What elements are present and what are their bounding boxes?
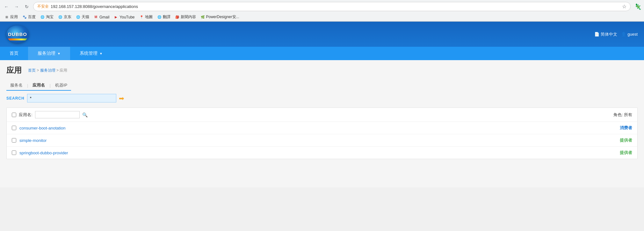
taobao-icon: 🌐: [40, 15, 45, 19]
browser-menu-icon[interactable]: 🦎: [634, 3, 641, 10]
table-row: simple-monitor 提供者: [7, 134, 637, 147]
tab-service-name[interactable]: 服务名: [6, 80, 26, 90]
back-button[interactable]: ←: [3, 3, 10, 10]
language-label: 简体中文: [601, 32, 617, 37]
app-name-filter-input[interactable]: [35, 111, 80, 118]
news-icon: 🎒: [175, 15, 179, 19]
browser-toolbar: ← → ↻ 不安全 192.168.157.128:8088/governanc…: [0, 0, 644, 13]
user-icon: 👤: [621, 32, 626, 37]
bookmark-maps[interactable]: 📍 地圖: [137, 14, 155, 20]
nav-system-arrow-icon: ▼: [99, 52, 103, 55]
tab-divider-2: |: [49, 83, 51, 88]
bookmark-translate[interactable]: 🌐 翻譯: [155, 14, 172, 20]
role-badge: 提供者: [620, 150, 632, 156]
search-bar: SEARCH ➡: [6, 94, 638, 102]
jd-icon: 🌐: [58, 15, 62, 19]
bookmark-news-label: 新聞内容: [181, 14, 196, 20]
bookmark-baidu[interactable]: 🐾 百度: [20, 14, 38, 20]
bookmark-jingdong[interactable]: 🌐 京东: [56, 14, 73, 20]
results-header-left: 应用名: 🔍: [12, 111, 88, 118]
app-name-link[interactable]: simple-monitor: [19, 138, 47, 143]
row-left: consumer-boot-anotation: [12, 126, 66, 130]
bookmark-youtube-label: YouTube: [119, 15, 134, 19]
tab-app-name[interactable]: 应用名: [29, 80, 49, 90]
nav-home[interactable]: 首页: [0, 47, 28, 60]
bookmark-gmail-label: Gmail: [99, 15, 109, 19]
translate-icon: 🌐: [157, 15, 162, 19]
bookmark-powerdesigner[interactable]: 🌿 PowerDesigner安...: [199, 14, 241, 20]
bookmark-tianmao[interactable]: 🌐 天猫: [74, 14, 91, 20]
baidu-icon: 🐾: [22, 15, 27, 19]
app-name-link[interactable]: consumer-boot-anotation: [19, 126, 66, 130]
bookmark-gmail[interactable]: M Gmail: [92, 14, 111, 20]
breadcrumb: 首页 > 服务治理 > 应用: [28, 68, 67, 73]
nav-governance[interactable]: 服务治理 ▼: [28, 47, 70, 60]
search-go-button[interactable]: ➡: [119, 94, 124, 102]
bookmarks-bar: ⊞ 应用 🐾 百度 🌐 淘宝 🌐 京东 🌐 天猫 M Gmail ▶ YouTu…: [0, 13, 644, 21]
breadcrumb-current: 应用: [60, 68, 67, 73]
nav-bar: 首页 服务治理 ▼ 系统管理 ▼: [0, 47, 644, 60]
bookmark-apps[interactable]: ⊞ 应用: [3, 14, 20, 20]
bookmark-taobao[interactable]: 🌐 淘宝: [38, 14, 55, 20]
results-header: 应用名: 🔍 角色: 所有: [7, 108, 637, 122]
browser-chrome: ← → ↻ 不安全 192.168.157.128:8088/governanc…: [0, 0, 644, 22]
refresh-button[interactable]: ↻: [23, 3, 31, 10]
url-text: 192.168.157.128:8088/governance/applicat…: [51, 4, 620, 9]
nav-system-label: 系统管理: [80, 51, 98, 56]
bookmark-star-icon[interactable]: ☆: [622, 4, 626, 10]
breadcrumb-sep1: >: [37, 68, 40, 73]
role-filter: 角色: 所有: [613, 112, 632, 118]
magnifier-icon: 🔍: [82, 112, 88, 117]
nav-system[interactable]: 系统管理 ▼: [70, 47, 112, 60]
table-row: consumer-boot-anotation 消费者: [7, 122, 637, 134]
app-header: DUBBO 📄 简体中文 👤 guest: [0, 22, 644, 47]
bookmark-taobao-label: 淘宝: [46, 14, 54, 20]
app-name-search-button[interactable]: 🔍: [82, 112, 88, 117]
role-filter-value: 所有: [624, 112, 632, 117]
bookmark-maps-label: 地圖: [145, 14, 153, 20]
breadcrumb-home-link[interactable]: 首页: [28, 68, 36, 73]
search-input[interactable]: [27, 94, 116, 102]
page-content: 应用 首页 > 服务治理 > 应用 服务名 | 应用名 | 机器IP SEARC…: [0, 60, 644, 187]
row-left: springboot-dubbo-provider: [12, 150, 68, 155]
row-checkbox[interactable]: [12, 126, 16, 130]
gmail-icon: M: [94, 15, 98, 19]
bookmark-news[interactable]: 🎒 新聞内容: [173, 14, 198, 20]
powerdesigner-icon: 🌿: [200, 15, 205, 19]
tab-machine-ip[interactable]: 机器IP: [51, 80, 71, 90]
page-title-section: 应用 首页 > 服务治理 > 应用: [6, 65, 638, 75]
nav-governance-arrow-icon: ▼: [57, 52, 61, 55]
row-checkbox[interactable]: [12, 138, 16, 143]
search-tabs: 服务名 | 应用名 | 机器IP: [6, 80, 71, 91]
header-right: 📄 简体中文 👤 guest: [594, 32, 638, 37]
breadcrumb-governance-link[interactable]: 服务治理: [40, 68, 55, 73]
search-go-arrow-icon: ➡: [119, 94, 124, 102]
language-selector[interactable]: 📄 简体中文: [594, 32, 617, 37]
app-name-link[interactable]: springboot-dubbo-provider: [19, 150, 68, 155]
tab-divider-1: |: [26, 83, 29, 88]
role-filter-label: 角色:: [613, 112, 623, 117]
bookmark-translate-label: 翻譯: [163, 14, 170, 20]
username-label: guest: [627, 32, 638, 37]
results-container: 应用名: 🔍 角色: 所有 consumer-boot-anotation 消费…: [6, 108, 638, 159]
dubbo-logo-circle: DUBBO: [6, 25, 29, 43]
row-left: simple-monitor: [12, 138, 47, 143]
role-badge: 消费者: [620, 125, 632, 131]
select-all-checkbox[interactable]: [12, 113, 16, 117]
bookmark-youtube[interactable]: ▶ YouTube: [112, 14, 136, 20]
forward-button[interactable]: →: [13, 3, 20, 10]
dubbo-logo: DUBBO: [6, 25, 29, 43]
tianmao-icon: 🌐: [76, 15, 80, 19]
row-checkbox[interactable]: [12, 150, 16, 155]
nav-governance-label: 服务治理: [38, 51, 55, 56]
address-bar[interactable]: 不安全 192.168.157.128:8088/governance/appl…: [33, 2, 631, 11]
bookmark-baidu-label: 百度: [28, 14, 36, 20]
bookmark-jd-label: 京东: [64, 14, 71, 20]
breadcrumb-sep2: >: [56, 68, 60, 73]
table-row: springboot-dubbo-provider 提供者: [7, 147, 637, 159]
maps-icon: 📍: [139, 15, 144, 19]
document-icon: 📄: [594, 32, 599, 37]
bookmark-tianmao-label: 天猫: [82, 14, 89, 20]
user-menu[interactable]: 👤 guest: [621, 32, 638, 37]
search-label: SEARCH: [6, 96, 25, 101]
